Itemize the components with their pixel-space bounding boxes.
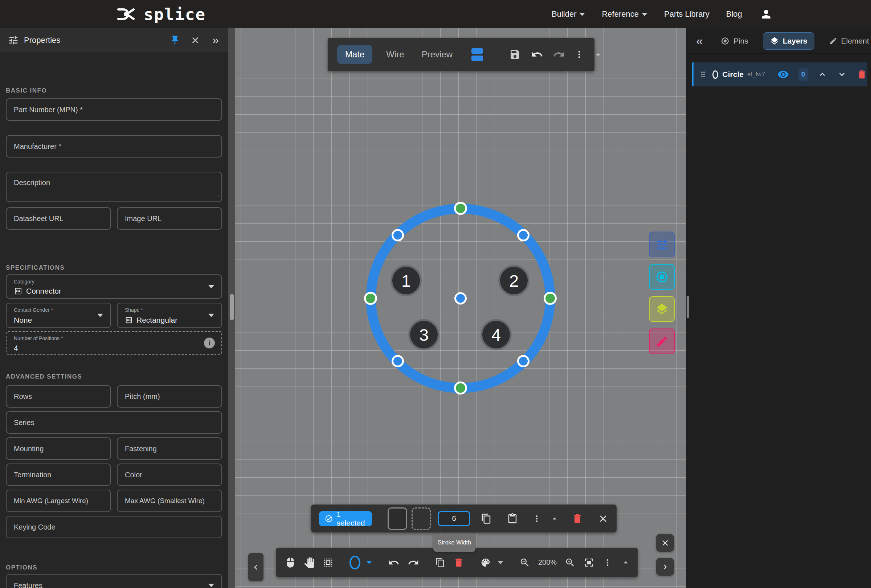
category-select[interactable]: Category Connector: [6, 274, 222, 299]
undo-icon[interactable]: [388, 557, 400, 569]
pan-tool-icon[interactable]: [304, 557, 315, 568]
move-layer-down-icon[interactable]: [837, 69, 847, 79]
paste-icon[interactable]: [507, 513, 518, 524]
manufacturer-field[interactable]: Manufacturer *: [6, 135, 222, 157]
series-field[interactable]: Series: [6, 411, 222, 434]
handle-center[interactable]: [454, 292, 467, 305]
design-canvas[interactable]: 1 2 3 4 Mate Wire Preview: [235, 28, 686, 588]
zoom-in-icon[interactable]: [565, 557, 576, 568]
stroke-color-swatch[interactable]: [412, 507, 431, 530]
pitch-field[interactable]: Pitch (mm): [117, 385, 222, 408]
layer-order-badge[interactable]: 0: [798, 68, 808, 81]
palette-icon[interactable]: [480, 557, 491, 568]
copy-icon[interactable]: [481, 513, 492, 524]
connector-pin-3[interactable]: 3: [408, 319, 440, 350]
mouse-tool-icon[interactable]: [285, 557, 296, 568]
connector-pin-2[interactable]: 2: [498, 265, 530, 296]
zoom-out-icon[interactable]: [519, 557, 530, 568]
datasheet-url-field[interactable]: Datasheet URL: [6, 207, 111, 230]
sidebar-scrollbar[interactable]: [228, 28, 235, 588]
show-left-panel-button[interactable]: [248, 553, 263, 581]
more-options-icon[interactable]: [532, 513, 542, 524]
collapse-right-panel-icon[interactable]: «: [696, 34, 703, 48]
ellipse-tool-dropdown-icon[interactable]: [366, 561, 372, 564]
ellipse-tool-icon[interactable]: [350, 556, 361, 570]
handle-top[interactable]: [454, 202, 467, 215]
splice-logo[interactable]: splice: [115, 0, 206, 28]
collapse-toolbar-icon[interactable]: [621, 558, 631, 568]
tab-preview[interactable]: Preview: [422, 49, 453, 60]
canvas-scrollbar-thumb[interactable]: [687, 296, 689, 318]
contact-gender-select[interactable]: Contact Gender * None: [6, 303, 111, 328]
features-select[interactable]: Features: [6, 574, 222, 588]
nav-parts-library[interactable]: Parts Library: [664, 9, 709, 19]
close-canvas-button[interactable]: [656, 534, 674, 552]
collapse-toolbar-icon[interactable]: [550, 514, 559, 524]
copy-icon[interactable]: [435, 558, 445, 568]
sidebar-scrollbar-thumb[interactable]: [230, 294, 234, 320]
layer-row-circle[interactable]: Circle el_fw7 0: [692, 63, 867, 87]
delete-icon[interactable]: [453, 557, 464, 568]
number-of-positions-field[interactable]: Number of Positions * 4 i: [6, 331, 222, 355]
tab-mate[interactable]: Mate: [337, 45, 373, 64]
color-field[interactable]: Color: [117, 464, 222, 486]
collapse-toolbar-icon[interactable]: [593, 49, 603, 60]
nav-reference[interactable]: Reference: [602, 9, 648, 19]
redo-icon[interactable]: [553, 48, 565, 61]
connector-pin-1[interactable]: 1: [391, 265, 422, 296]
close-panel-icon[interactable]: [185, 35, 205, 45]
fit-to-screen-icon[interactable]: [584, 557, 594, 568]
tab-pins[interactable]: Pins: [720, 36, 748, 46]
stack-view-icon[interactable]: [471, 48, 483, 61]
connector-ring[interactable]: [235, 28, 686, 588]
handle-bottom-right[interactable]: [517, 355, 530, 367]
handle-bottom-left[interactable]: [392, 355, 404, 367]
rows-field[interactable]: Rows: [6, 385, 111, 408]
min-awg-field[interactable]: Min AWG (Largest Wire): [6, 490, 111, 512]
fill-color-swatch[interactable]: [388, 507, 407, 530]
delete-icon[interactable]: [572, 513, 583, 525]
edit-tool-button[interactable]: [649, 329, 675, 354]
collapse-panel-icon[interactable]: »: [205, 33, 226, 47]
mounting-field[interactable]: Mounting: [6, 437, 111, 460]
pin-panel-icon[interactable]: [165, 35, 185, 46]
tab-wire[interactable]: Wire: [386, 49, 404, 60]
close-selection-icon[interactable]: [598, 513, 609, 524]
move-layer-up-icon[interactable]: [817, 69, 828, 79]
tab-element[interactable]: Element: [829, 37, 869, 45]
selection-count-chip[interactable]: 1 selected: [319, 511, 372, 526]
more-options-icon[interactable]: [574, 49, 585, 60]
palette-dropdown-icon[interactable]: [498, 561, 503, 564]
redo-icon[interactable]: [407, 557, 419, 569]
tab-layers[interactable]: Layers: [763, 32, 814, 50]
pin-panel-icon[interactable]: [869, 36, 871, 46]
layers-tool-button[interactable]: [649, 296, 675, 322]
handle-top-right[interactable]: [517, 229, 530, 241]
handle-right[interactable]: [544, 292, 557, 305]
properties-tool-button[interactable]: [649, 232, 675, 257]
handle-bottom[interactable]: [454, 382, 467, 395]
info-icon[interactable]: i: [204, 338, 215, 349]
visibility-icon[interactable]: [777, 69, 789, 80]
nav-blog[interactable]: Blog: [726, 9, 742, 19]
nav-builder[interactable]: Builder: [552, 9, 585, 19]
max-awg-field[interactable]: Max AWG (Smallest Wire): [117, 490, 222, 512]
handle-top-left[interactable]: [392, 229, 404, 241]
undo-icon[interactable]: [531, 48, 543, 61]
pins-tool-button[interactable]: [649, 264, 675, 290]
fastening-field[interactable]: Fastening: [117, 437, 222, 460]
image-url-field[interactable]: Image URL: [117, 207, 222, 230]
resize-handle[interactable]: [215, 195, 219, 199]
shape-select[interactable]: Shape * Rectangular: [117, 303, 222, 328]
connector-pin-4[interactable]: 4: [480, 319, 512, 350]
save-icon[interactable]: [509, 49, 521, 60]
stroke-width-input[interactable]: [438, 511, 470, 526]
keying-code-field[interactable]: Keying Code: [6, 516, 222, 538]
show-right-panel-button[interactable]: [656, 558, 674, 576]
part-number-field[interactable]: Part Number (MPN) *: [6, 98, 222, 121]
drag-handle-icon[interactable]: [699, 70, 707, 79]
more-options-icon[interactable]: [602, 558, 613, 568]
description-field[interactable]: Description: [6, 172, 222, 202]
select-area-icon[interactable]: [323, 557, 334, 568]
user-account-icon[interactable]: [760, 7, 773, 21]
